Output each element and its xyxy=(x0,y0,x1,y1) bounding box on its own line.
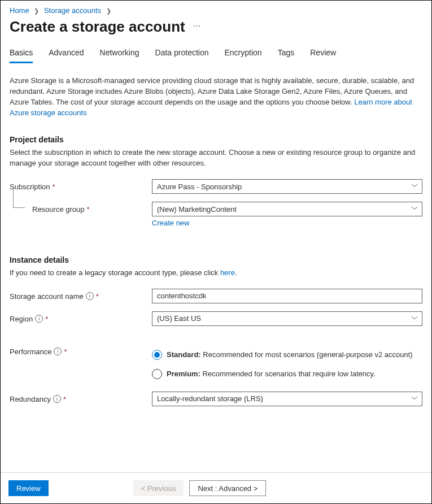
required-marker: * xyxy=(87,205,90,214)
info-icon[interactable]: i xyxy=(86,292,94,300)
resource-group-select[interactable]: (New) MarketingContent xyxy=(152,202,422,216)
instance-sub-prefix: If you need to create a legacy storage a… xyxy=(10,268,220,277)
previous-button: < Previous xyxy=(133,480,184,496)
required-marker: * xyxy=(53,183,55,191)
next-button[interactable]: Next : Advanced > xyxy=(189,480,266,496)
tab-data-protection[interactable]: Data protection xyxy=(155,45,209,63)
required-marker: * xyxy=(63,395,66,403)
region-select[interactable]: (US) East US xyxy=(152,311,422,326)
breadcrumb: Home ❯ Storage accounts ❯ xyxy=(10,5,422,15)
subscription-select[interactable]: Azure Pass - Sponsorship xyxy=(152,179,422,194)
tabs: Basics Advanced Networking Data protecti… xyxy=(10,45,422,63)
tab-review[interactable]: Review xyxy=(310,45,336,63)
performance-standard-label: Standard: Recommended for most scenarios… xyxy=(167,350,413,359)
tab-basics[interactable]: Basics xyxy=(10,45,33,63)
instance-details-sub: If you need to create a legacy storage a… xyxy=(10,268,422,279)
chevron-right-icon: ❯ xyxy=(103,7,114,14)
region-label: Region xyxy=(10,315,33,323)
redundancy-select[interactable]: Locally-redundant storage (LRS) xyxy=(152,392,422,406)
review-button[interactable]: Review xyxy=(8,480,49,496)
required-marker: * xyxy=(64,347,67,356)
radio-checked-icon xyxy=(152,350,162,360)
instance-sub-suffix: . xyxy=(235,268,237,277)
tab-encryption[interactable]: Encryption xyxy=(225,45,262,63)
storage-account-name-value: contenthostcdk xyxy=(157,292,206,300)
more-actions-button[interactable]: ⋯ xyxy=(193,22,202,32)
instance-details-heading: Instance details xyxy=(10,255,422,264)
subscription-value: Azure Pass - Sponsorship xyxy=(157,183,242,191)
required-marker: * xyxy=(45,315,48,323)
legacy-here-link[interactable]: here xyxy=(220,268,235,277)
resource-group-label: Resource group xyxy=(32,205,85,214)
project-details-heading: Project details xyxy=(10,135,422,144)
tab-tags[interactable]: Tags xyxy=(278,45,295,63)
performance-label: Performance xyxy=(10,347,51,356)
description: Azure Storage is a Microsoft-managed ser… xyxy=(10,76,422,118)
project-details-sub: Select the subscription in which to crea… xyxy=(10,147,422,169)
info-icon[interactable]: i xyxy=(54,347,62,355)
breadcrumb-storage-accounts[interactable]: Storage accounts xyxy=(44,6,101,15)
radio-unchecked-icon xyxy=(152,369,162,379)
storage-account-name-input[interactable]: contenthostcdk xyxy=(152,289,422,303)
page-title: Create a storage account xyxy=(10,18,185,36)
performance-premium-label: Premium: Recommended for scenarios that … xyxy=(167,370,376,378)
redundancy-label: Redundancy xyxy=(10,395,51,403)
redundancy-value: Locally-redundant storage (LRS) xyxy=(157,394,263,403)
breadcrumb-home[interactable]: Home xyxy=(10,6,29,15)
chevron-right-icon: ❯ xyxy=(31,7,42,14)
required-marker: * xyxy=(96,292,99,301)
info-icon[interactable]: i xyxy=(35,315,43,323)
tab-networking[interactable]: Networking xyxy=(100,45,139,63)
info-icon[interactable]: i xyxy=(53,395,61,403)
wizard-footer: Review < Previous Next : Advanced > xyxy=(1,472,431,503)
performance-premium-radio[interactable]: Premium: Recommended for scenarios that … xyxy=(152,364,422,384)
performance-standard-radio[interactable]: Standard: Recommended for most scenarios… xyxy=(152,345,422,364)
tab-advanced[interactable]: Advanced xyxy=(49,45,84,63)
storage-account-name-label: Storage account name xyxy=(10,292,84,301)
region-value: (US) East US xyxy=(157,314,201,323)
resource-group-value: (New) MarketingContent xyxy=(157,205,237,214)
create-new-resource-group-link[interactable]: Create new xyxy=(152,219,189,227)
description-text: Azure Storage is a Microsoft-managed ser… xyxy=(10,76,414,106)
